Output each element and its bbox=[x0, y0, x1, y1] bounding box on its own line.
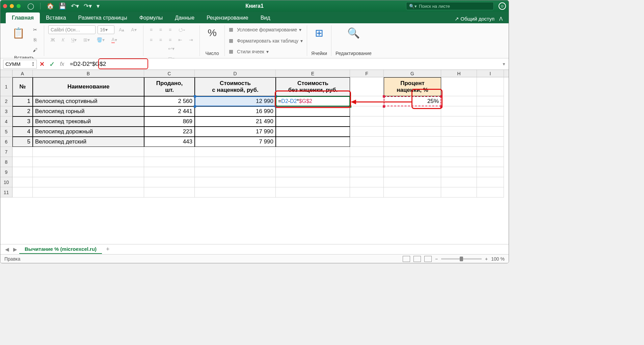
cell[interactable] bbox=[195, 177, 276, 187]
cell[interactable]: Велосипед спортивный bbox=[33, 96, 144, 106]
row-header[interactable]: 3 bbox=[0, 106, 12, 116]
cell[interactable] bbox=[350, 157, 384, 167]
enter-formula-icon[interactable]: ✓ bbox=[47, 59, 57, 69]
expand-formula-bar-icon[interactable]: ▼ bbox=[502, 62, 506, 67]
cell[interactable]: Стоимость без наценки, руб. bbox=[276, 77, 350, 96]
minimize-button[interactable] bbox=[10, 4, 14, 8]
name-box-spinner[interactable]: ▲▼ bbox=[32, 61, 34, 67]
sheet-tab[interactable]: Вычитание % (microexcel.ru) bbox=[19, 245, 102, 254]
fill-color-icon[interactable]: 🪣▾ bbox=[94, 35, 107, 44]
cancel-formula-icon[interactable]: ✕ bbox=[37, 59, 47, 69]
zoom-in-button[interactable]: + bbox=[485, 256, 488, 262]
maximize-button[interactable] bbox=[17, 4, 21, 8]
col-header[interactable]: C bbox=[144, 70, 195, 77]
cell[interactable] bbox=[384, 167, 441, 177]
cell[interactable]: Велосипед дорожный bbox=[33, 127, 144, 137]
align-left-icon[interactable]: ≡ bbox=[147, 35, 155, 44]
cell[interactable]: Велосипед трековый bbox=[33, 116, 144, 127]
cell[interactable] bbox=[441, 137, 477, 147]
cell[interactable] bbox=[441, 177, 477, 187]
cell[interactable] bbox=[477, 96, 504, 106]
col-header[interactable]: A bbox=[12, 70, 33, 77]
cell[interactable] bbox=[12, 147, 33, 157]
cell-e2[interactable]: =D2-D2*$G$2 bbox=[276, 96, 350, 106]
name-box[interactable]: СУММ ▲▼ bbox=[3, 60, 37, 69]
row-header[interactable]: 1 bbox=[0, 77, 12, 96]
home-icon[interactable]: 🏠 bbox=[47, 2, 54, 10]
cell[interactable] bbox=[144, 167, 195, 177]
cell[interactable] bbox=[441, 96, 477, 106]
cell[interactable] bbox=[350, 177, 384, 187]
cell[interactable] bbox=[33, 147, 144, 157]
user-account-icon[interactable]: ☺ bbox=[499, 2, 506, 10]
tab-review[interactable]: Рецензирование bbox=[200, 12, 254, 23]
cell[interactable] bbox=[384, 157, 441, 167]
zoom-thumb[interactable] bbox=[460, 257, 463, 261]
cell[interactable] bbox=[384, 106, 441, 116]
cell[interactable] bbox=[441, 77, 477, 96]
col-header[interactable]: E bbox=[276, 70, 350, 77]
select-all-corner[interactable] bbox=[0, 70, 12, 77]
col-header[interactable]: I bbox=[477, 70, 504, 77]
copy-icon[interactable]: ⎘ bbox=[30, 35, 40, 44]
align-right-icon[interactable]: ≡ bbox=[166, 35, 174, 44]
align-top-icon[interactable]: ≡ bbox=[147, 25, 155, 34]
cell[interactable] bbox=[350, 127, 384, 137]
zoom-level[interactable]: 100 % bbox=[491, 256, 505, 262]
font-color-icon[interactable]: A▾ bbox=[109, 35, 119, 44]
cell[interactable]: Велосипед горный bbox=[33, 106, 144, 116]
cell[interactable] bbox=[33, 177, 144, 187]
cell[interactable] bbox=[276, 106, 350, 116]
cell[interactable] bbox=[33, 187, 144, 197]
row-header[interactable]: 10 bbox=[0, 177, 12, 187]
cell[interactable]: 16 990 bbox=[195, 106, 276, 116]
cut-icon[interactable]: ✂ bbox=[30, 25, 40, 34]
cell[interactable] bbox=[384, 127, 441, 137]
save-icon[interactable]: 💾 bbox=[59, 2, 66, 10]
redo-icon[interactable]: ↷▾ bbox=[84, 2, 92, 10]
undo-icon[interactable]: ↶▾ bbox=[71, 2, 79, 10]
align-center-icon[interactable]: ≡ bbox=[157, 35, 164, 44]
fx-icon[interactable]: fx bbox=[57, 59, 67, 69]
row-header[interactable]: 9 bbox=[0, 167, 12, 177]
tab-data[interactable]: Данные bbox=[169, 12, 200, 23]
cell[interactable] bbox=[384, 177, 441, 187]
row-header[interactable]: 8 bbox=[0, 157, 12, 167]
close-button[interactable] bbox=[3, 4, 7, 8]
row-header[interactable]: 11 bbox=[0, 187, 12, 197]
col-header[interactable]: B bbox=[33, 70, 144, 77]
normal-view-icon[interactable] bbox=[403, 256, 410, 262]
italic-button[interactable]: К bbox=[59, 35, 67, 44]
cell[interactable]: № bbox=[12, 77, 33, 96]
cell[interactable]: 21 490 bbox=[195, 116, 276, 127]
cell[interactable] bbox=[12, 177, 33, 187]
cell[interactable] bbox=[441, 157, 477, 167]
cell[interactable]: 12 990 bbox=[195, 96, 276, 106]
col-header[interactable]: D bbox=[195, 70, 276, 77]
page-break-view-icon[interactable] bbox=[424, 256, 432, 262]
fill-handle[interactable] bbox=[349, 105, 351, 108]
cell-styles-button[interactable]: ▦Стили ячеек ▾ bbox=[229, 47, 269, 56]
cell[interactable]: 17 990 bbox=[195, 127, 276, 137]
cell[interactable] bbox=[477, 137, 504, 147]
cell[interactable] bbox=[384, 187, 441, 197]
decrease-font-icon[interactable]: A▾ bbox=[129, 25, 139, 34]
cell[interactable] bbox=[441, 187, 477, 197]
cell[interactable] bbox=[195, 157, 276, 167]
tab-layout[interactable]: Разметка страницы bbox=[72, 12, 133, 23]
cell[interactable] bbox=[276, 177, 350, 187]
cell[interactable] bbox=[350, 106, 384, 116]
format-painter-icon[interactable]: 🖌 bbox=[30, 46, 40, 54]
col-header[interactable]: G bbox=[384, 70, 441, 77]
indent-increase-icon[interactable]: ⇥ bbox=[187, 35, 195, 44]
cell[interactable] bbox=[350, 147, 384, 157]
borders-icon[interactable]: ⊞▾ bbox=[81, 35, 92, 44]
cell[interactable] bbox=[477, 127, 504, 137]
cell[interactable] bbox=[441, 147, 477, 157]
format-as-table-button[interactable]: ▦Форматировать как таблицу ▾ bbox=[229, 36, 303, 45]
col-header[interactable]: H bbox=[441, 70, 477, 77]
cell[interactable]: Продано, шт. bbox=[144, 77, 195, 96]
cell[interactable]: 7 990 bbox=[195, 137, 276, 147]
tab-formulas[interactable]: Формулы bbox=[133, 12, 169, 23]
cell[interactable]: 2 560 bbox=[144, 96, 195, 106]
